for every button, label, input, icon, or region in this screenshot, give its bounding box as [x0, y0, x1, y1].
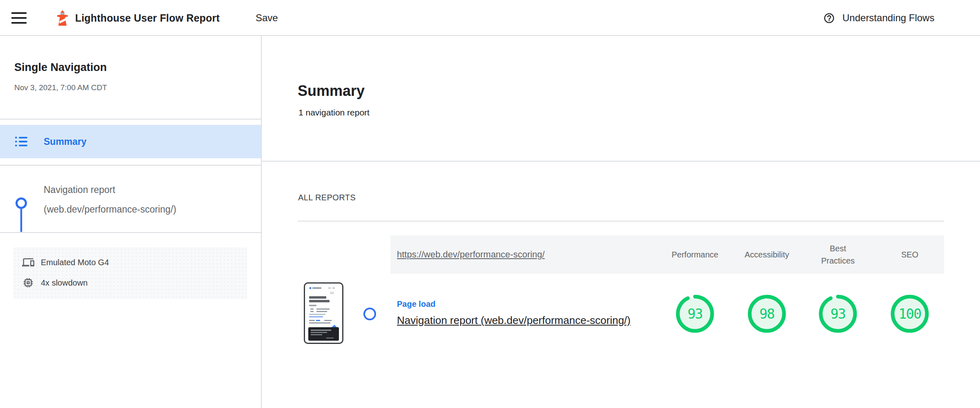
- divider: [298, 221, 944, 222]
- cpu-label: 4x slowdown: [41, 278, 88, 288]
- column-best-practices: Best Practices: [815, 235, 860, 274]
- column-accessibility: Accessibility: [736, 235, 797, 274]
- sidebar-item-summary[interactable]: [0, 125, 261, 158]
- question-circle-icon: [823, 12, 835, 24]
- lighthouse-icon: [54, 9, 71, 27]
- score-gauge-performance: 93: [675, 294, 715, 333]
- page-subtitle: 1 navigation report: [298, 108, 370, 118]
- lighthouse-flow-report-page: Lighthouse User Flow Report Save Underst…: [0, 0, 980, 408]
- thumbnail-preview-image: [305, 284, 342, 343]
- help-label: Understanding Flows: [842, 12, 934, 24]
- environment-cpu: 4x slowdown: [22, 277, 88, 289]
- report-url-link[interactable]: https://web.dev/performance-scoring/: [397, 235, 545, 274]
- menu-icon[interactable]: [11, 12, 27, 24]
- navigation-report-link[interactable]: Navigation report (web.dev/performance-s…: [397, 314, 630, 327]
- all-reports-label: ALL REPORTS: [298, 193, 356, 202]
- flow-date: Nov 3, 2021, 7:00 AM CDT: [14, 83, 107, 92]
- score-gauge-seo: 100: [890, 294, 929, 333]
- devices-icon: [22, 256, 34, 268]
- page-title: Summary: [298, 82, 365, 100]
- app-title: Lighthouse User Flow Report: [75, 0, 220, 36]
- environment-device: Emulated Moto G4: [22, 256, 109, 268]
- bulleted-list-icon: [14, 135, 28, 149]
- score-value: 100: [890, 294, 929, 333]
- navigation-report-line1: Navigation report: [44, 180, 176, 200]
- score-gauge-accessibility: 98: [747, 294, 786, 333]
- sidebar-item-summary-label: Summary: [44, 125, 87, 158]
- score-gauge-best-practices: 93: [818, 294, 858, 333]
- score-value: 93: [818, 294, 858, 333]
- column-performance: Performance: [664, 235, 726, 274]
- chip-icon: [22, 277, 34, 289]
- score-value: 98: [747, 294, 786, 333]
- circle-outline-icon: [363, 308, 376, 320]
- environment-box: Emulated Moto G4 4x slowdown: [13, 247, 247, 299]
- understanding-flows-link[interactable]: Understanding Flows: [823, 0, 934, 36]
- navigation-report-line2: (web.dev/performance-scoring/): [44, 200, 176, 219]
- pin-icon: [15, 197, 28, 233]
- step-type-label: Page load: [397, 299, 435, 309]
- divider: [0, 232, 261, 233]
- column-seo: SEO: [879, 235, 940, 274]
- flow-title: Single Navigation: [14, 61, 107, 74]
- navigation-report-label: Navigation report (web.dev/performance-s…: [44, 180, 176, 219]
- save-button[interactable]: Save: [256, 0, 278, 36]
- sidebar-divider: [261, 36, 262, 408]
- divider: [261, 161, 980, 162]
- score-value: 93: [675, 294, 715, 333]
- report-thumbnail: [304, 282, 343, 344]
- divider: [0, 119, 261, 120]
- device-label: Emulated Moto G4: [41, 258, 109, 267]
